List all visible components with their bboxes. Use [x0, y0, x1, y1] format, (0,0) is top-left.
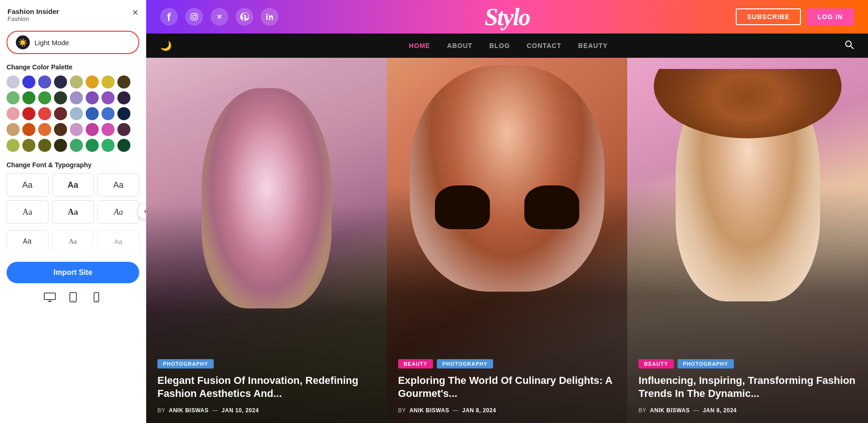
- font-option-4[interactable]: Aa: [7, 200, 48, 224]
- site-sub: Fashion: [7, 15, 59, 22]
- color-palette-grid: [0, 75, 146, 158]
- panel-title-group: Fashion Insider Fashion: [7, 7, 59, 22]
- color-swatch[interactable]: [70, 123, 83, 136]
- article-card-3[interactable]: BEAUTY PHOTOGRAPHY Influencing, Inspirin…: [627, 58, 868, 423]
- close-button[interactable]: ×: [132, 7, 138, 18]
- tag-photography-2: PHOTOGRAPHY: [437, 359, 493, 368]
- social-icons: ✕: [160, 8, 278, 26]
- color-swatch[interactable]: [86, 139, 99, 152]
- left-panel: Fashion Insider Fashion × ☀️ Light Mode …: [0, 0, 146, 423]
- color-swatch[interactable]: [86, 107, 99, 120]
- color-swatch[interactable]: [54, 107, 67, 120]
- linkedin-icon[interactable]: [261, 8, 278, 26]
- article-tags-3: BEAUTY PHOTOGRAPHY: [638, 359, 857, 368]
- nav-link-about[interactable]: ABOUT: [447, 42, 473, 49]
- font-option-9[interactable]: Aa: [97, 230, 139, 253]
- svg-point-6: [96, 300, 97, 301]
- import-site-button[interactable]: Import Site: [7, 262, 139, 283]
- font-option-8[interactable]: Aa: [52, 230, 94, 253]
- font-option-1[interactable]: Aa: [7, 173, 48, 197]
- search-icon[interactable]: [845, 40, 854, 52]
- color-swatch[interactable]: [7, 91, 20, 104]
- font-grid-partial: Aa Aa Aa: [0, 230, 146, 256]
- font-option-5[interactable]: Aa: [52, 200, 94, 224]
- color-swatch[interactable]: [86, 91, 99, 104]
- color-swatch[interactable]: [70, 75, 83, 89]
- color-swatch[interactable]: [38, 107, 51, 120]
- color-swatch[interactable]: [54, 75, 67, 89]
- font-option-6[interactable]: Aa: [97, 200, 139, 224]
- color-swatch[interactable]: [54, 139, 67, 152]
- color-swatch[interactable]: [54, 91, 67, 104]
- color-swatch[interactable]: [38, 75, 51, 89]
- facebook-icon[interactable]: [160, 8, 178, 26]
- color-swatch[interactable]: [7, 107, 20, 120]
- color-swatch[interactable]: [117, 91, 130, 104]
- article-author-3: ANIK BISWAS: [650, 407, 690, 414]
- font-typography-heading: Change Font & Typography: [0, 158, 146, 173]
- color-swatch[interactable]: [70, 139, 83, 152]
- font-grid: Aa Aa Aa Aa Aa Aa: [0, 173, 146, 230]
- article-content-3: BEAUTY PHOTOGRAPHY Influencing, Inspirin…: [627, 350, 868, 423]
- light-mode-button[interactable]: ☀️ Light Mode: [7, 31, 139, 54]
- color-swatch[interactable]: [54, 123, 67, 136]
- color-swatch[interactable]: [117, 123, 130, 136]
- light-mode-label: Light Mode: [34, 39, 69, 47]
- tag-photography-3: PHOTOGRAPHY: [678, 359, 734, 368]
- color-swatch[interactable]: [86, 75, 99, 89]
- color-swatch[interactable]: [102, 139, 115, 152]
- article-card-2[interactable]: BEAUTY PHOTOGRAPHY Exploring The World O…: [387, 58, 628, 423]
- font-option-7[interactable]: Aa: [7, 230, 48, 253]
- svg-point-10: [846, 41, 851, 47]
- article-meta-2: BY ANIK BISWAS — JAN 8, 2024: [398, 407, 617, 414]
- color-swatch[interactable]: [7, 123, 20, 136]
- subscribe-button[interactable]: SUBSCRIBE: [736, 8, 800, 25]
- article-card-1[interactable]: PHOTOGRAPHY Elegant Fusion Of Innovation…: [146, 58, 387, 423]
- nav-link-contact[interactable]: CONTACT: [527, 42, 561, 49]
- svg-rect-0: [44, 293, 55, 300]
- color-swatch[interactable]: [22, 75, 35, 89]
- color-swatch[interactable]: [70, 107, 83, 120]
- color-swatch[interactable]: [22, 139, 35, 152]
- color-swatch[interactable]: [102, 75, 115, 89]
- color-swatch[interactable]: [117, 75, 130, 89]
- login-button[interactable]: LOG IN: [807, 8, 854, 25]
- pinterest-icon[interactable]: [236, 8, 253, 26]
- tablet-icon[interactable]: [67, 293, 79, 302]
- bottom-device-icons: [0, 288, 146, 309]
- color-swatch[interactable]: [86, 123, 99, 136]
- font-option-3[interactable]: Aa: [97, 173, 139, 197]
- nav-link-home[interactable]: HOME: [409, 42, 430, 49]
- color-swatch[interactable]: [102, 91, 115, 104]
- panel-header: Fashion Insider Fashion ×: [0, 0, 146, 27]
- nav-link-beauty[interactable]: BEAUTY: [578, 42, 608, 49]
- svg-rect-7: [191, 14, 197, 20]
- desktop-icon[interactable]: [44, 293, 56, 302]
- color-swatch[interactable]: [22, 123, 35, 136]
- article-content-2: BEAUTY PHOTOGRAPHY Exploring The World O…: [387, 350, 628, 423]
- nav-link-blog[interactable]: BLOG: [489, 42, 510, 49]
- mobile-icon[interactable]: [90, 293, 102, 302]
- article-date-1: JAN 10, 2024: [222, 407, 259, 414]
- color-swatch[interactable]: [38, 91, 51, 104]
- tag-beauty-3: BEAUTY: [638, 359, 673, 368]
- color-swatch[interactable]: [7, 139, 20, 152]
- color-swatch[interactable]: [38, 139, 51, 152]
- dark-mode-icon[interactable]: 🌙: [160, 40, 172, 51]
- color-swatch[interactable]: [117, 139, 130, 152]
- color-swatch[interactable]: [7, 75, 20, 89]
- instagram-icon[interactable]: [185, 8, 203, 26]
- color-swatch[interactable]: [117, 107, 130, 120]
- x-twitter-icon[interactable]: ✕: [210, 8, 228, 26]
- color-swatch[interactable]: [38, 123, 51, 136]
- tag-beauty-2: BEAUTY: [398, 359, 433, 368]
- top-bar: ✕ Stylo SUBSCRIBE LOG IN: [146, 0, 868, 34]
- color-swatch[interactable]: [22, 91, 35, 104]
- font-option-2[interactable]: Aa: [52, 173, 94, 197]
- color-swatch[interactable]: [102, 123, 115, 136]
- color-swatch[interactable]: [102, 107, 115, 120]
- color-swatch[interactable]: [70, 91, 83, 104]
- color-swatch[interactable]: [22, 107, 35, 120]
- svg-point-9: [196, 14, 197, 15]
- articles-grid: PHOTOGRAPHY Elegant Fusion Of Innovation…: [146, 58, 868, 423]
